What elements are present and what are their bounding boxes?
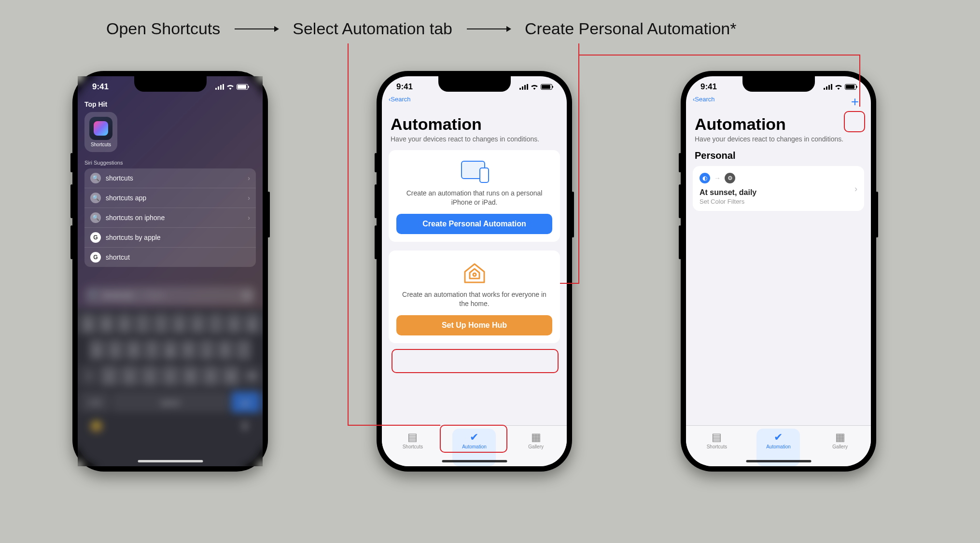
- tutorial-figure: Open Shortcuts Select Automation tab Cre…: [0, 0, 980, 543]
- gallery-icon: ▦: [531, 432, 541, 443]
- suggestion-item[interactable]: 🔍shortcuts app›: [84, 188, 256, 208]
- key[interactable]: z: [100, 365, 118, 387]
- automation-icon-row: ◐ → ⚙: [700, 173, 857, 183]
- spotlight-search-input[interactable]: 🔍 shortcuts — Open ✕: [84, 286, 256, 305]
- key[interactable]: k: [217, 339, 233, 361]
- home-indicator[interactable]: [442, 460, 507, 462]
- key[interactable]: x: [121, 365, 139, 387]
- key[interactable]: v: [161, 365, 179, 387]
- personal-desc: Create an automation that runs on a pers…: [398, 189, 550, 207]
- automation-item[interactable]: ◐ → ⚙ At sunset, daily Set Color Filters…: [693, 166, 864, 211]
- key[interactable]: j: [199, 339, 215, 361]
- battery-icon: [237, 84, 248, 90]
- suggestion-text: shortcuts: [106, 174, 133, 182]
- svg-point-8: [473, 273, 476, 276]
- siri-suggestions-label: Siri Suggestions: [84, 160, 256, 166]
- shift-key[interactable]: ⇧: [80, 365, 98, 387]
- page-subtitle: Have your devices react to changes in co…: [391, 135, 558, 143]
- svg-rect-6: [524, 85, 526, 90]
- suggestion-list: 🔍shortcuts› 🔍shortcuts app› 🔍shortcuts o…: [84, 168, 256, 267]
- signal-icon: [519, 84, 528, 90]
- mic-icon[interactable]: 🎙: [240, 420, 251, 433]
- top-hit-app[interactable]: Shortcuts: [84, 112, 117, 152]
- stack-icon: ▤: [407, 432, 418, 443]
- clock-check-icon: ✔: [774, 432, 783, 443]
- phone-2: 9:41 ‹ Search Automation Have your devic…: [377, 71, 572, 472]
- tab-gallery[interactable]: ▦Gallery: [514, 429, 558, 466]
- svg-rect-10: [826, 86, 827, 90]
- key[interactable]: l: [236, 339, 252, 361]
- backspace-key[interactable]: ⌫: [242, 365, 260, 387]
- suggestion-item[interactable]: 🔍shortcuts on iphone›: [84, 208, 256, 228]
- google-icon: G: [90, 252, 101, 263]
- numbers-key[interactable]: 123: [80, 391, 110, 413]
- clock-icon: ◐: [700, 173, 710, 183]
- top-hit-label: Top Hit: [84, 100, 256, 108]
- key[interactable]: w: [98, 313, 114, 334]
- key[interactable]: a: [89, 339, 105, 361]
- go-key[interactable]: go: [231, 391, 261, 413]
- wifi-icon: [835, 84, 842, 90]
- shortcuts-app-icon: [89, 117, 112, 140]
- suggestion-item[interactable]: Gshortcut: [84, 248, 256, 267]
- space-key[interactable]: space: [112, 391, 229, 413]
- suggestion-item[interactable]: Gshortcuts by apple: [84, 228, 256, 248]
- signal-icon: [215, 84, 224, 90]
- back-search-button[interactable]: ‹ Search: [693, 96, 715, 103]
- key[interactable]: h: [181, 339, 196, 361]
- back-search-button[interactable]: ‹ Search: [389, 96, 411, 103]
- key[interactable]: g: [162, 339, 178, 361]
- key[interactable]: u: [190, 313, 206, 334]
- suggestion-text: shortcuts on iphone: [106, 214, 165, 222]
- create-personal-automation-button[interactable]: Create Personal Automation: [396, 214, 552, 234]
- suggestion-text: shortcuts app: [106, 194, 146, 202]
- chevron-right-icon: ›: [248, 214, 250, 222]
- key[interactable]: e: [117, 313, 133, 334]
- key[interactable]: s: [107, 339, 123, 361]
- key[interactable]: t: [153, 313, 169, 334]
- key[interactable]: q: [80, 313, 96, 334]
- page-subtitle: Have your devices react to changes in co…: [695, 135, 862, 143]
- key[interactable]: p: [244, 313, 260, 334]
- search-hint: — Open: [136, 291, 165, 300]
- status-time: 9:41: [396, 82, 413, 92]
- clear-icon[interactable]: ✕: [242, 291, 251, 300]
- setup-home-hub-button[interactable]: Set Up Home Hub: [396, 315, 552, 335]
- svg-rect-7: [527, 84, 528, 90]
- key[interactable]: n: [202, 365, 220, 387]
- search-value: shortcuts: [102, 291, 133, 300]
- key[interactable]: b: [182, 365, 199, 387]
- suggestion-item[interactable]: 🔍shortcuts›: [84, 168, 256, 188]
- key[interactable]: o: [226, 313, 242, 334]
- status-icons: [824, 84, 856, 90]
- key[interactable]: c: [141, 365, 159, 387]
- key[interactable]: y: [171, 313, 187, 334]
- svg-rect-5: [522, 86, 523, 90]
- stack-icon: ▤: [712, 432, 722, 443]
- step-3-label: Create Personal Automation*: [525, 19, 736, 38]
- tab-shortcuts[interactable]: ▤Shortcuts: [695, 429, 739, 466]
- key[interactable]: i: [208, 313, 224, 334]
- devices-icon: [459, 161, 490, 183]
- automation-title: At sunset, daily: [700, 188, 857, 197]
- home-indicator[interactable]: [746, 460, 811, 462]
- top-hit-app-label: Shortcuts: [91, 142, 111, 147]
- svg-rect-2: [220, 85, 222, 90]
- svg-rect-3: [223, 84, 224, 90]
- tab-gallery[interactable]: ▦Gallery: [818, 429, 862, 466]
- home-desc: Create an automation that works for ever…: [398, 290, 550, 308]
- key[interactable]: f: [144, 339, 160, 361]
- svg-rect-11: [828, 85, 830, 90]
- tab-shortcuts[interactable]: ▤Shortcuts: [391, 429, 434, 466]
- key[interactable]: m: [222, 365, 240, 387]
- key[interactable]: r: [135, 313, 151, 334]
- key[interactable]: d: [126, 339, 141, 361]
- battery-icon: [845, 84, 856, 90]
- step-1-label: Open Shortcuts: [106, 19, 220, 38]
- status-icons: [519, 84, 552, 90]
- home-indicator[interactable]: [138, 460, 203, 462]
- chevron-right-icon: ›: [248, 174, 250, 182]
- svg-rect-9: [824, 88, 825, 90]
- svg-rect-1: [218, 86, 219, 90]
- emoji-icon[interactable]: 😀: [90, 420, 103, 433]
